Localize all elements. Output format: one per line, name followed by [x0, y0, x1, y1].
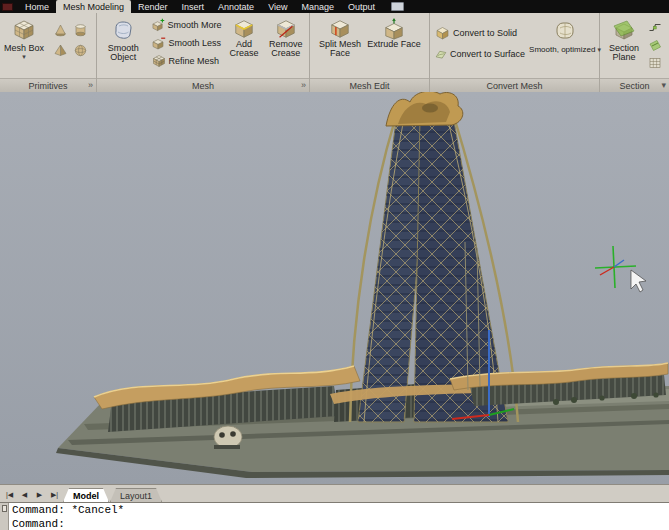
convert-to-solid-button[interactable]: Convert to Solid: [433, 24, 527, 42]
mesh-box-button[interactable]: Mesh Box ▾: [3, 15, 45, 60]
section-label: Section: [619, 81, 649, 91]
panel-label-section[interactable]: Section ▾: [600, 78, 669, 92]
smooth-optimized-button[interactable]: Smooth, optimized ▾: [531, 15, 599, 54]
split-mesh-face-label: Split Mesh Face: [313, 40, 367, 58]
layout-tab-model[interactable]: Model: [63, 488, 109, 502]
section-tool-column: [647, 19, 663, 71]
mesh-box-label: Mesh Box: [4, 44, 44, 53]
extrude-face-label: Extrude Face: [367, 40, 421, 49]
commandline-grip[interactable]: [0, 503, 9, 530]
command-lines: Command: *Cancel* Command:: [9, 503, 669, 530]
section-dropdown-icon[interactable]: ▾: [661, 80, 666, 90]
tab-annotate[interactable]: Annotate: [211, 0, 261, 13]
mesh-label: Mesh: [192, 81, 214, 91]
ribbon-minimize-icon[interactable]: [391, 2, 404, 11]
layout-nav-first-button[interactable]: |◀: [2, 487, 17, 502]
generate-section-button[interactable]: [647, 55, 663, 71]
split-mesh-face-icon: [329, 18, 351, 40]
generate-section-icon: [648, 56, 662, 70]
smooth-less-label: Smooth Less: [169, 38, 222, 48]
primitives-label: Primitives: [28, 81, 67, 91]
remove-crease-icon: [275, 18, 297, 40]
mesh-cylinder-icon: [73, 23, 88, 38]
command-history-line: Command: *Cancel*: [12, 503, 669, 517]
smooth-more-button[interactable]: Smooth More: [150, 17, 224, 33]
convert-to-solid-label: Convert to Solid: [453, 28, 517, 38]
convert-to-solid-icon: [435, 26, 450, 41]
panel-label-mesh[interactable]: Mesh »: [97, 78, 309, 92]
layout-tab-layout1[interactable]: Layout1: [110, 488, 162, 502]
layout-nav-last-button[interactable]: ▶|: [47, 487, 62, 502]
panel-mesh: Smooth Object Smooth More: [97, 13, 310, 92]
live-section-button[interactable]: [647, 37, 663, 53]
layout-tabbar: |◀ ◀ ▶ ▶| Model Layout1: [0, 484, 669, 502]
tab-home[interactable]: Home: [18, 0, 56, 13]
add-jog-icon: [648, 20, 662, 34]
mesh-cylinder-button[interactable]: [71, 21, 89, 39]
smooth-object-icon: [111, 18, 135, 42]
refine-mesh-label: Refine Mesh: [169, 56, 220, 66]
view-axis-indicator: [595, 246, 636, 288]
ribbon-tabbar: Home Mesh Modeling Render Insert Annotat…: [0, 0, 669, 13]
mesh-cone-icon: [53, 23, 68, 38]
split-mesh-face-button[interactable]: Split Mesh Face: [313, 15, 367, 58]
mouse-cursor: [631, 270, 646, 292]
mesh-cone-button[interactable]: [51, 21, 69, 39]
viewport[interactable]: [0, 92, 669, 484]
panel-convert-mesh: Convert to Solid Convert to Surface: [430, 13, 600, 92]
command-input-line[interactable]: Command:: [12, 517, 669, 530]
tab-render[interactable]: Render: [131, 0, 175, 13]
command-line-palette: Command: *Cancel* Command:: [0, 502, 669, 530]
tab-manage[interactable]: Manage: [294, 0, 341, 13]
panel-primitives: Mesh Box ▾: [0, 13, 97, 92]
layout-nav-next-button[interactable]: ▶: [32, 487, 47, 502]
refine-mesh-button[interactable]: Refine Mesh: [150, 53, 224, 69]
smooth-less-button[interactable]: Smooth Less: [150, 35, 224, 51]
smooth-object-label: Smooth Object: [100, 44, 147, 62]
tab-mesh-modeling[interactable]: Mesh Modeling: [56, 0, 131, 13]
add-crease-button[interactable]: Add Crease: [224, 15, 265, 58]
refine-mesh-icon: [152, 54, 166, 68]
tower-crown: [386, 92, 463, 126]
remove-crease-button[interactable]: Remove Crease: [264, 15, 307, 58]
mesh-row-column: Smooth More Smooth Less: [150, 15, 224, 69]
live-section-icon: [648, 38, 662, 52]
convert-mesh-label: Convert Mesh: [486, 81, 542, 91]
convert-column: Convert to Solid Convert to Surface: [433, 21, 527, 63]
commandline-anchor-icon: [2, 505, 7, 512]
extrude-face-button[interactable]: Extrude Face: [367, 15, 421, 49]
convert-to-surface-button[interactable]: Convert to Surface: [433, 45, 527, 63]
smooth-more-icon: [152, 18, 165, 32]
panel-mesh-edit: Split Mesh Face Extrude Face Mesh Edit: [310, 13, 430, 92]
panel-label-primitives[interactable]: Primitives »: [0, 78, 96, 92]
panel-label-convert-mesh[interactable]: Convert Mesh: [430, 78, 599, 92]
extrude-face-icon: [383, 18, 405, 40]
mesh-box-icon: [12, 18, 36, 42]
remove-crease-label: Remove Crease: [264, 40, 307, 58]
tab-view[interactable]: View: [261, 0, 294, 13]
section-plane-button[interactable]: Section Plane: [603, 15, 645, 62]
smooth-object-button[interactable]: Smooth Object: [100, 15, 147, 62]
tab-insert[interactable]: Insert: [175, 0, 212, 13]
convert-to-surface-label: Convert to Surface: [450, 49, 525, 59]
primitives-mini-grid: [51, 21, 89, 59]
mesh-overflow-icon[interactable]: »: [301, 80, 306, 90]
mesh-pyramid-button[interactable]: [51, 41, 69, 59]
tab-output[interactable]: Output: [341, 0, 382, 13]
ribbon: Mesh Box ▾: [0, 13, 669, 92]
add-crease-icon: [233, 18, 255, 40]
smooth-more-label: Smooth More: [168, 20, 222, 30]
section-plane-icon: [612, 18, 636, 42]
mesh-pyramid-icon: [53, 43, 68, 58]
panel-label-mesh-edit[interactable]: Mesh Edit: [310, 78, 429, 92]
add-jog-button[interactable]: [647, 19, 663, 35]
app-menu-icon[interactable]: [2, 3, 13, 11]
panel-section: Section Plane: [600, 13, 669, 92]
primitives-overflow-icon[interactable]: »: [88, 80, 93, 90]
mesh-sphere-icon: [73, 43, 88, 58]
mesh-box-dropdown-icon[interactable]: ▾: [22, 54, 26, 60]
mesh-sphere-button[interactable]: [71, 41, 89, 59]
smooth-optimized-icon: [553, 18, 577, 42]
section-plane-label: Section Plane: [603, 44, 645, 62]
layout-nav-prev-button[interactable]: ◀: [17, 487, 32, 502]
